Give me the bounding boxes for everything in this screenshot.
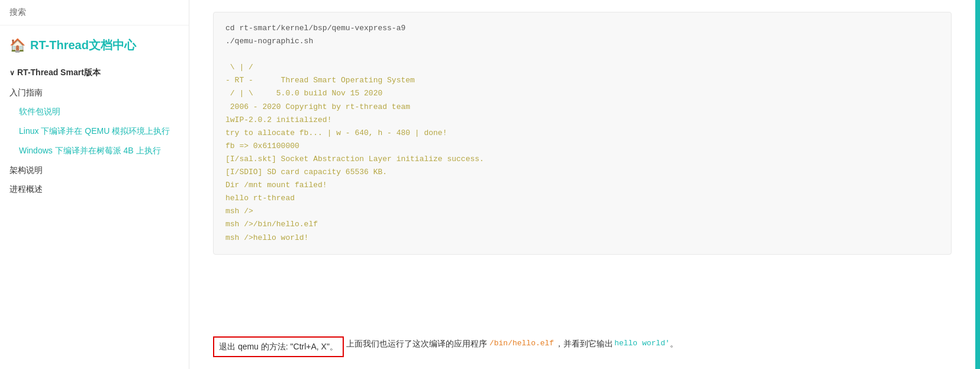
nav-group-getting-started: 入门指南 bbox=[0, 83, 189, 102]
code-path: /bin/hello.elf bbox=[489, 336, 554, 350]
nav-item-software[interactable]: 软件包说明 bbox=[0, 102, 189, 121]
nav-item-process[interactable]: 进程概述 bbox=[0, 179, 189, 198]
nav-process-label[interactable]: 进程概述 bbox=[9, 184, 43, 194]
main-content: cd rt-smart/kernel/bsp/qemu-vexpress-a9 … bbox=[189, 0, 975, 369]
highlight-box: 退出 qemu 的方法: "Ctrl+A, X"。 bbox=[213, 336, 344, 357]
search-label: 搜索 bbox=[9, 7, 26, 17]
nav-version-label[interactable]: RT-Thread Smart版本 bbox=[0, 63, 189, 83]
code-line-1: cd rt-smart/kernel/bsp/qemu-vexpress-a9 … bbox=[225, 24, 405, 46]
bottom-text-area: 退出 qemu 的方法: "Ctrl+A, X"。 上面我们也运行了这次编译的应… bbox=[189, 327, 975, 369]
code-hello-world: hello world' bbox=[614, 336, 670, 350]
suffix-text: 。 bbox=[670, 336, 678, 351]
code-output: \ | / - RT - Thread Smart Operating Syst… bbox=[225, 63, 484, 242]
sidebar: 搜索 🏠 RT-Thread文档中心 RT-Thread Smart版本 入门指… bbox=[0, 0, 189, 369]
nav-item-getting-started[interactable]: 入门指南 bbox=[9, 88, 43, 97]
search-bar[interactable]: 搜索 bbox=[0, 0, 189, 25]
right-edge-bar bbox=[975, 0, 980, 369]
code-section: cd rt-smart/kernel/bsp/qemu-vexpress-a9 … bbox=[189, 0, 975, 327]
logo-text: RT-Thread文档中心 bbox=[30, 37, 136, 53]
nav-section: RT-Thread Smart版本 入门指南 软件包说明 Linux 下编译并在… bbox=[0, 63, 189, 208]
nav-item-arch[interactable]: 架构说明 bbox=[0, 161, 189, 179]
nav-item-windows-rpi[interactable]: Windows 下编译并在树莓派 4B 上执行 bbox=[0, 141, 189, 161]
home-icon: 🏠 bbox=[9, 38, 25, 53]
logo-area: 🏠 RT-Thread文档中心 bbox=[0, 25, 189, 63]
nav-arch-label[interactable]: 架构说明 bbox=[9, 165, 43, 175]
code-block: cd rt-smart/kernel/bsp/qemu-vexpress-a9 … bbox=[213, 12, 952, 255]
nav-item-linux-qemu[interactable]: Linux 下编译并在 QEMU 模拟环境上执行 bbox=[0, 121, 189, 141]
separator-text: ，并看到它输出 bbox=[555, 336, 613, 351]
normal-text: 上面我们也运行了这次编译的应用程序 bbox=[346, 336, 487, 351]
